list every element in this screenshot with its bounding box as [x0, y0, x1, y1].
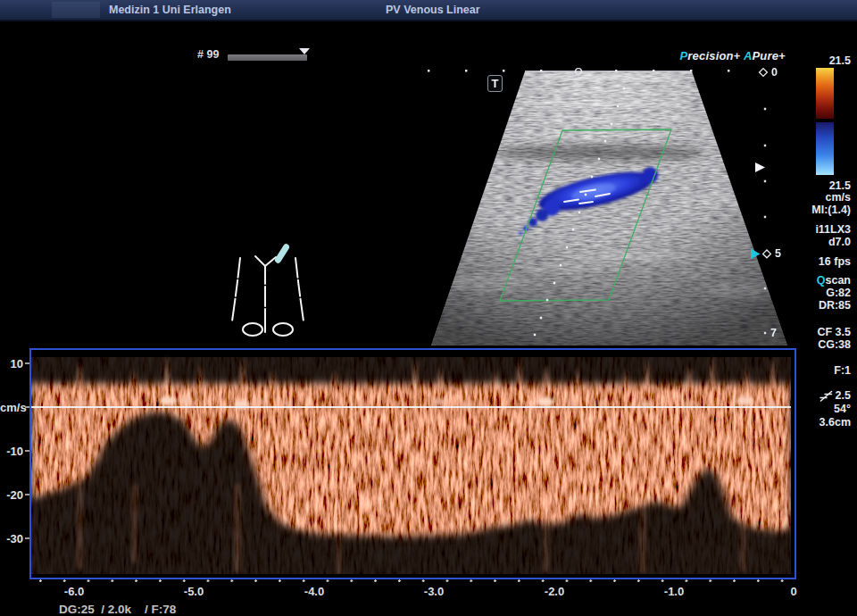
depth-5-diamond-icon: [763, 250, 771, 258]
color-scale-negative: [816, 122, 834, 175]
depth-setting: d7.0: [828, 236, 851, 248]
orientation-marker-icon: T: [487, 75, 503, 92]
gain-value: G:82: [826, 287, 851, 299]
skinline: [525, 71, 692, 72]
depth-0-diamond-icon: [760, 69, 768, 77]
cine-progress-bar: [228, 54, 307, 61]
velocity-scale-bottom: 21.5: [829, 179, 851, 192]
title-bar-segment: [52, 2, 100, 18]
facility-name: Medizin 1 Uni Erlangen: [109, 0, 231, 20]
dynamic-range: DR:85: [819, 299, 851, 312]
x-label-neg6: -6.0: [64, 585, 84, 598]
probe-position-icon: [274, 243, 291, 264]
y-label-neg20: -20: [0, 488, 23, 502]
x-label-neg5: -5.0: [184, 585, 204, 598]
y-tick: [25, 406, 29, 408]
y-label-10: 10: [0, 357, 23, 370]
spectral-waveform: [31, 350, 791, 574]
depth-label-7: 7: [770, 327, 777, 339]
doppler-status-line: DG:25 / 2.0k / F:78: [59, 603, 176, 616]
depth-label-0: 0: [771, 66, 778, 79]
y-tick: [25, 362, 29, 364]
x-label-neg4: -4.0: [304, 585, 324, 598]
angle-correct-icon: [820, 390, 833, 402]
x-label-neg3: -3.0: [424, 585, 444, 598]
frame-rate: 16 fps: [819, 255, 851, 268]
qscan-label: Qscan: [817, 274, 851, 287]
depth-label-5: 5: [775, 247, 781, 260]
x-label-neg2: -2.0: [545, 585, 564, 598]
y-tick: [25, 450, 29, 452]
bmode-tissue: [406, 58, 799, 353]
spectral-trace: [31, 350, 791, 574]
title-bar: Medizin 1 Uni Erlangen PV Venous Linear: [0, 0, 857, 21]
velocity-unit: cm/s: [826, 191, 852, 204]
focus-marker-icon: [755, 162, 765, 172]
color-scale-bar: [816, 68, 834, 175]
wall-filter: F:1: [834, 364, 851, 377]
time-axis-ticks: [32, 579, 796, 583]
y-tick: [25, 537, 29, 539]
gate-size: 2.5: [836, 389, 851, 402]
spectral-baseline: [31, 406, 791, 408]
x-label-0: 0: [790, 585, 796, 598]
color-scale-positive: [816, 68, 834, 119]
velocity-scale-top: 21.5: [829, 54, 851, 67]
body-marker-icon: [223, 237, 312, 344]
x-label-neg1: -1.0: [664, 585, 684, 598]
spectral-display: [29, 348, 796, 579]
exam-preset: PV Venous Linear: [386, 0, 480, 20]
y-tick: [25, 494, 29, 495]
parameter-sidebar: 21.5 21.5 cm/s MI:(1.4) i11LX3 d7.0 16 f…: [800, 49, 853, 442]
cine-position-marker-icon: [299, 48, 310, 54]
transducer-name: i11LX3: [815, 223, 851, 236]
doppler-angle: 54°: [834, 403, 851, 415]
color-gain: CG:38: [818, 338, 851, 351]
bmode-image: [406, 58, 799, 353]
y-label-neg30: -30: [0, 532, 23, 545]
y-label-neg10: -10: [0, 445, 23, 458]
gate-depth: 3.6cm: [820, 416, 851, 429]
color-frequency: CF 3.5: [817, 326, 851, 338]
mechanical-index: MI:(1.4): [811, 204, 851, 216]
ultrasound-screen: Medizin 1 Uni Erlangen PV Venous Linear …: [0, 0, 857, 616]
frame-counter: # 99: [197, 48, 219, 61]
y-label-unit: cm/s: [0, 401, 23, 414]
gate-size-row: 2.5: [820, 389, 851, 402]
